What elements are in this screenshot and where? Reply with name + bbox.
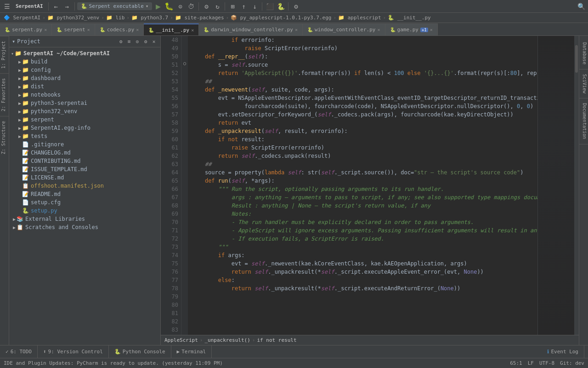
line-ending[interactable]: LF (528, 360, 534, 366)
tree-license[interactable]: 📝 LICENSE.md (9, 173, 160, 182)
python-console-tab[interactable]: 🐍 Python Console (109, 345, 171, 358)
tree-serpent[interactable]: ▶ 📁 serpent (9, 115, 160, 124)
favorites-vtab[interactable]: 2: Favorites (0, 73, 9, 116)
coverage-button[interactable]: ⊙ (175, 1, 185, 12)
bc-sitepackages[interactable]: 📁 site-packages (175, 15, 224, 21)
sidebar-scroll-target[interactable]: ⊙ (134, 38, 141, 45)
tree-tests[interactable]: ▶ 📁 tests (9, 132, 160, 140)
tree-egg-info[interactable]: ▶ 📁 SerpentAI.egg-info (9, 124, 160, 132)
tree-readme[interactable]: 📝 README.md (9, 190, 160, 198)
status-bar: IDE and Plugin Updates: PyCharm is ready… (0, 358, 588, 368)
bc-python37[interactable]: 📁 python3.7 (131, 15, 168, 21)
code-breadcrumb: AppleScript › _unpackresult() › if not r… (161, 335, 579, 345)
tree-changelog[interactable]: 📝 CHANGELOG.md (9, 149, 160, 157)
run-button[interactable]: ▶ (153, 1, 163, 12)
sidebar-collapse[interactable]: ≡ (125, 38, 133, 45)
bc-initpy[interactable]: 🐍 __init__.py (388, 15, 430, 21)
sidebar-close[interactable]: ✕ (150, 38, 158, 45)
tab-windowcontroller[interactable]: 🐍 window_controller.py ✕ (303, 23, 385, 35)
sciview-panel-tab[interactable]: SciView (579, 69, 588, 98)
close-codecspy[interactable]: ✕ (136, 27, 139, 32)
tree-python3-serpentai[interactable]: ▶ 📁 python3-serpentai (9, 99, 160, 107)
tree-issue-template[interactable]: 📝 ISSUE_TEMPLATE.md (9, 165, 160, 173)
git-icon[interactable]: ⊞ (227, 1, 237, 12)
bc-egg[interactable]: 📦 py_applescript-1.0.1-py3.7.egg (231, 15, 331, 21)
vertical-scrollbar[interactable] (574, 36, 579, 335)
tab-serpentpy[interactable]: 🐍 serpent.py ✕ (0, 23, 52, 35)
reload-icon[interactable]: ↻ (212, 1, 222, 12)
close-darwin[interactable]: ✕ (295, 27, 298, 32)
todo-tab[interactable]: ✓ 6: TODO (0, 345, 38, 358)
tab-codecspy[interactable]: 🐍 codecs.py ✕ (95, 23, 144, 35)
close-serpent[interactable]: ✕ (87, 27, 90, 32)
project-title[interactable]: Project (17, 38, 40, 45)
close-windowcontroller[interactable]: ✕ (377, 27, 380, 32)
sidebar-tree: ▾ 📁 SerpentAI ~/Code/SerpentAI ▶ 📁 build… (9, 47, 160, 345)
terminal-tab[interactable]: ▶ Terminal (171, 345, 212, 358)
structure-vtab[interactable]: Z: Structure (0, 116, 9, 159)
tree-setup-cfg[interactable]: 📄 setup.cfg (9, 198, 160, 207)
tree-dist[interactable]: ▶ 📁 dist (9, 82, 160, 91)
tab-gamepy[interactable]: 🐍 game.py +1 ✕ (385, 23, 438, 35)
bc-lib[interactable]: 📁 lib (106, 15, 125, 21)
tree-notebooks[interactable]: ▶ 📁 notebooks (9, 91, 160, 99)
tree-offshoot-manifest[interactable]: 📋 offshoot.manifest.json (9, 182, 160, 190)
bc-applescript[interactable]: 📁 applescript (338, 15, 381, 21)
profile-button[interactable]: ⏱ (186, 1, 196, 12)
close-gamepy[interactable]: ✕ (430, 27, 433, 32)
line-68: ## (192, 160, 534, 168)
code-editor[interactable]: if errorinfo: raise ScriptError(errorinf… (188, 36, 537, 335)
project-vtab[interactable]: 1: Project (0, 36, 9, 73)
version-control-tab[interactable]: ⬆ 9: Version Control (38, 345, 109, 358)
line-85: """ (192, 243, 534, 251)
vc-label: 9: Version Control (48, 349, 103, 355)
scrollbar-thumb[interactable] (575, 45, 578, 73)
bc-if-not-result[interactable]: if not result (257, 337, 296, 343)
tree-contributing[interactable]: 📝 CONTRIBUTING.md (9, 157, 160, 165)
tree-setup-cfg-label: setup.cfg (31, 199, 61, 206)
tree-python372-venv-label: python372_venv (31, 108, 77, 115)
run-config-selector[interactable]: 🐍 Serpent executable ▾ (77, 2, 153, 10)
redo-icon[interactable]: → (62, 1, 72, 12)
tree-config[interactable]: ▶ 📁 config (9, 66, 160, 74)
tree-scratches[interactable]: ▶ 📋 Scratches and Consoles (9, 223, 160, 231)
tree-external-libs[interactable]: ▶ 📚 External Libraries (9, 215, 160, 223)
tree-scratches-label: Scratches and Consoles (25, 224, 98, 230)
bc-unpackresult[interactable]: _unpackresult() (204, 337, 250, 343)
tree-gitignore[interactable]: 📄 .gitignore (9, 140, 160, 149)
tree-python372-venv[interactable]: ▶ 📁 python372_venv (9, 107, 160, 115)
sidebar-settings[interactable]: ⚙ (117, 38, 124, 45)
tree-dashboard[interactable]: ▶ 📁 dashboard (9, 74, 160, 82)
close-serpentpy[interactable]: ✕ (44, 27, 47, 32)
event-log-tab[interactable]: ℹ Event Log (542, 345, 584, 358)
menu-icon[interactable]: ☰ (2, 1, 12, 12)
database-panel-tab[interactable]: Database (579, 38, 588, 69)
bc-applescript-code[interactable]: AppleScript (164, 337, 198, 343)
cursor-position[interactable]: 65:1 (510, 360, 522, 366)
undo-icon[interactable]: ← (51, 1, 61, 12)
separator2 (74, 2, 75, 11)
search-everywhere-icon[interactable]: 🔍 (576, 1, 586, 12)
bc-serpentai[interactable]: 🔷 SerpentAI (4, 15, 40, 21)
git-branch[interactable]: Git: dev (560, 360, 584, 366)
terminal-icon[interactable]: ⬛ (265, 1, 275, 12)
tab-serpent[interactable]: 🐍 serpent ✕ (52, 23, 95, 35)
tab-darwin[interactable]: 🐍 darwin_window_controller.py ✕ (199, 23, 303, 35)
settings-icon[interactable]: ⚙ (291, 1, 301, 12)
python-console-icon[interactable]: 🐍 (276, 1, 286, 12)
sidebar-gear[interactable]: ⚙ (142, 38, 149, 45)
build-icon[interactable]: ⚙ (201, 1, 211, 12)
tree-root[interactable]: ▾ 📁 SerpentAI ~/Code/SerpentAI (9, 49, 160, 58)
encoding[interactable]: UTF-8 (539, 360, 554, 366)
push-icon[interactable]: ↑ (238, 1, 249, 12)
line-59: fourcharcode(suite), fourcharcode(code),… (192, 102, 534, 110)
documentation-panel-tab[interactable]: Documentation (579, 98, 588, 144)
tree-build[interactable]: ▶ 📁 build (9, 58, 160, 66)
tree-tests-label: tests (31, 133, 47, 139)
pull-icon[interactable]: ↓ (249, 1, 260, 12)
close-initpy[interactable]: ✕ (191, 28, 194, 33)
bc-venv[interactable]: 📁 python372_venv (47, 15, 99, 21)
debug-button[interactable]: 🐛 (164, 1, 174, 12)
tab-initpy[interactable]: 🐍 __init__.py ✕ (144, 23, 199, 35)
tree-setup-py[interactable]: 🐍 setup.py (9, 207, 160, 215)
